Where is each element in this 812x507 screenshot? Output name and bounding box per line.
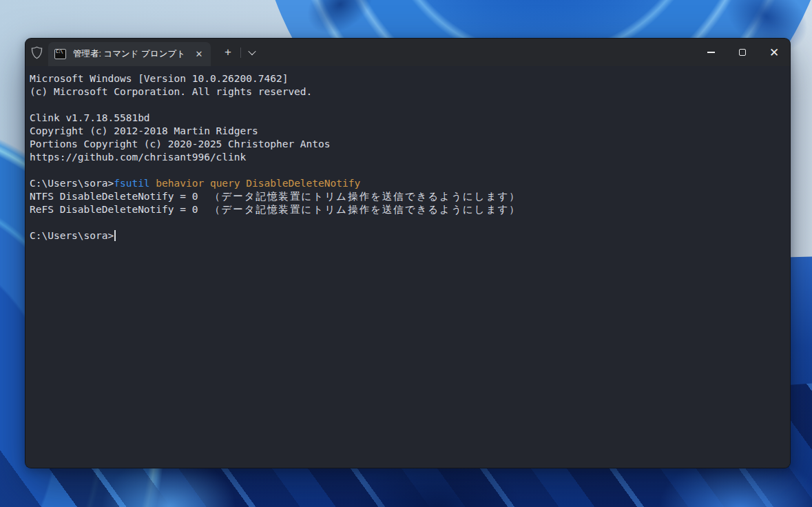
terminal-text: C:\Users\sora> (30, 230, 114, 241)
terminal-cursor (114, 230, 116, 241)
terminal-line: Portions Copyright (c) 2020-2025 Christo… (30, 138, 784, 151)
terminal-text: Portions Copyright (c) 2020-2025 Christo… (30, 138, 331, 149)
terminal-line: C:\Users\sora>fsutil behavior query Disa… (30, 177, 784, 190)
terminal-line: C:\Users\sora> (30, 229, 784, 242)
titlebar[interactable]: C:\ 管理者: コマンド プロンプト ✕ + ✕ (25, 39, 790, 66)
chevron-down-icon (248, 48, 256, 55)
terminal-line (30, 216, 784, 229)
close-button[interactable]: ✕ (758, 39, 790, 66)
terminal-line: Microsoft Windows [Version 10.0.26200.74… (30, 72, 784, 85)
terminal-text: Copyright (c) 2012-2018 Martin Ridgers (30, 125, 258, 136)
terminal-line: (c) Microsoft Corporation. All rights re… (30, 85, 784, 99)
terminal-text: （データ記憶装置にトリム操作を送信できるようにします） (210, 191, 521, 202)
terminal-output[interactable]: Microsoft Windows [Version 10.0.26200.74… (25, 66, 790, 468)
minimize-button[interactable] (695, 39, 727, 66)
cmd-prompt-icon: C:\ (54, 49, 66, 59)
terminal-line (30, 164, 784, 177)
titlebar-separator (240, 48, 241, 58)
terminal-text: C:\Users\sora> (30, 178, 114, 189)
maximize-icon (739, 49, 746, 56)
terminal-text: behavior query DisableDeleteNotify (156, 178, 360, 189)
new-tab-button[interactable]: + (216, 43, 240, 61)
tab-command-prompt[interactable]: C:\ 管理者: コマンド プロンプト ✕ (48, 42, 211, 66)
terminal-line: ReFS DisableDeleteNotify = 0 （データ記憶装置にトリ… (30, 203, 784, 216)
terminal-line (30, 99, 784, 112)
titlebar-drag-region[interactable] (262, 39, 695, 66)
terminal-line: Clink v1.7.18.5581bd (30, 112, 784, 125)
terminal-text: ReFS DisableDeleteNotify = 0 (30, 204, 210, 215)
terminal-text: https://github.com/chrisant996/clink (30, 152, 246, 163)
terminal-window: C:\ 管理者: コマンド プロンプト ✕ + ✕ Microsoft Wind… (25, 38, 791, 468)
terminal-text: Microsoft Windows [Version 10.0.26200.74… (30, 73, 288, 84)
tab-title: 管理者: コマンド プロンプト (66, 48, 193, 60)
terminal-text: fsutil (114, 178, 149, 189)
admin-shield-icon (25, 39, 48, 66)
terminal-text: （データ記憶装置にトリム操作を送信できるようにします） (210, 204, 521, 215)
terminal-text: (c) Microsoft Corporation. All rights re… (30, 86, 312, 97)
terminal-line: NTFS DisableDeleteNotify = 0 （データ記憶装置にトリ… (30, 190, 784, 203)
terminal-line: https://github.com/chrisant996/clink (30, 151, 784, 164)
tab-close-icon[interactable]: ✕ (193, 48, 205, 61)
tab-dropdown-button[interactable] (242, 43, 262, 61)
terminal-text: Clink v1.7.18.5581bd (30, 112, 150, 123)
maximize-button[interactable] (727, 39, 758, 66)
minimize-icon (707, 52, 715, 52)
terminal-line: Copyright (c) 2012-2018 Martin Ridgers (30, 125, 784, 138)
terminal-text: NTFS DisableDeleteNotify = 0 (30, 191, 210, 202)
